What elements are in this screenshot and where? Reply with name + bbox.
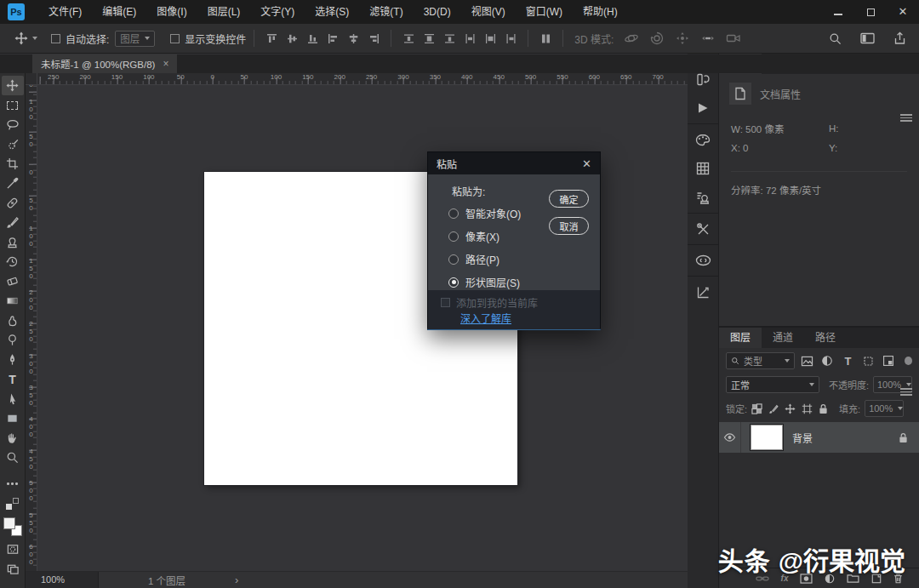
align-left-edges-icon[interactable] — [323, 29, 342, 48]
actions-panel-icon[interactable] — [691, 97, 715, 119]
smudge-tool[interactable] — [2, 311, 24, 330]
menu-item[interactable]: 编辑(E) — [92, 0, 146, 24]
tab-close-icon[interactable]: × — [163, 58, 168, 70]
eyedropper-tool[interactable] — [2, 174, 24, 193]
filter-pixel-layers-icon[interactable] — [799, 352, 815, 369]
gradient-tool[interactable] — [2, 291, 24, 311]
ruler-origin-corner[interactable] — [26, 73, 37, 85]
paste-dialog-titlebar[interactable]: 粘贴 ✕ — [428, 152, 600, 174]
move-tool-icon[interactable] — [12, 29, 31, 48]
filter-adjustment-layers-icon[interactable] — [819, 352, 836, 369]
type-tool[interactable]: T — [2, 369, 24, 389]
paste-option[interactable]: 智能对象(O) — [448, 202, 521, 225]
menu-item[interactable]: 文件(F) — [38, 0, 92, 24]
rectangular-marquee-tool[interactable] — [2, 95, 24, 115]
eraser-tool[interactable] — [2, 271, 24, 291]
pen-tool[interactable] — [2, 350, 24, 369]
auto-select-dropdown[interactable]: 图层 — [115, 31, 155, 47]
align-right-edges-icon[interactable] — [364, 29, 383, 48]
document-tab[interactable]: 未标题-1 @ 100%(RGB/8) × — [32, 54, 177, 73]
filter-shape-layers-icon[interactable] — [860, 352, 876, 369]
menu-item[interactable]: 帮助(H) — [573, 0, 628, 24]
history-brush-tool[interactable] — [2, 252, 24, 271]
maximize-button[interactable] — [865, 6, 876, 18]
3d-pan-icon[interactable] — [673, 29, 692, 48]
spot-healing-brush-tool[interactable] — [2, 193, 24, 213]
distribute-vertical-centers-icon[interactable] — [420, 29, 438, 48]
close-button[interactable]: ✕ — [897, 6, 909, 18]
share-icon[interactable] — [890, 29, 909, 48]
dodge-tool[interactable] — [2, 330, 24, 350]
panel-tab[interactable]: 图层 — [719, 328, 762, 348]
status-chevron-icon[interactable]: › — [235, 574, 238, 586]
x-value[interactable]: 0 — [743, 143, 748, 153]
layer-filter-dropdown[interactable]: 类型 — [726, 352, 795, 369]
lock-position-icon[interactable] — [785, 403, 796, 414]
align-bottom-edges-icon[interactable] — [303, 29, 322, 48]
lock-artboard-icon[interactable] — [802, 403, 813, 414]
filter-type-layers-icon[interactable]: T — [840, 352, 856, 369]
zoom-level-field[interactable]: 100% — [26, 572, 99, 588]
paste-option[interactable]: 路径(P) — [448, 248, 521, 271]
crop-tool[interactable] — [2, 154, 24, 174]
menu-item[interactable]: 选择(S) — [305, 0, 359, 24]
learn-more-link[interactable]: 深入了解库 — [460, 311, 511, 325]
panel-menu-icon[interactable] — [900, 112, 912, 123]
blend-mode-dropdown[interactable]: 正常 — [726, 376, 819, 393]
filter-smart-objects-icon[interactable] — [881, 352, 897, 369]
fill-field[interactable]: 100% — [865, 400, 904, 417]
move-tool[interactable] — [2, 76, 24, 95]
search-icon[interactable] — [825, 29, 844, 48]
creative-cloud-panel-icon[interactable] — [691, 249, 715, 271]
align-vertical-centers-icon[interactable] — [283, 29, 301, 48]
align-horizontal-centers-icon[interactable] — [344, 29, 362, 48]
distribute-left-edges-icon[interactable] — [460, 29, 479, 48]
screen-mode-button[interactable] — [2, 559, 24, 579]
dialog-close-icon[interactable]: ✕ — [582, 157, 591, 170]
brush-tool[interactable] — [2, 213, 24, 232]
menu-item[interactable]: 滤镜(T) — [359, 0, 413, 24]
3d-roll-icon[interactable] — [648, 29, 666, 48]
lock-transparent-pixels-icon[interactable] — [751, 403, 762, 414]
path-selection-tool[interactable] — [2, 389, 24, 408]
menu-item[interactable]: 图像(I) — [146, 0, 197, 24]
layer-row[interactable]: 背景 — [719, 422, 919, 453]
ok-button[interactable]: 确定 — [549, 190, 589, 208]
layer-name[interactable]: 背景 — [792, 431, 899, 445]
distribute-top-edges-icon[interactable] — [399, 29, 418, 48]
rectangle-shape-tool[interactable] — [2, 408, 24, 428]
quick-mask-button[interactable] — [2, 539, 24, 559]
filter-toggle-icon[interactable] — [905, 357, 912, 365]
zoom-tool[interactable] — [2, 448, 24, 467]
layer-visibility-toggle[interactable] — [719, 422, 741, 453]
foreground-color-swatch[interactable] — [3, 517, 15, 529]
menu-item[interactable]: 文字(Y) — [250, 0, 305, 24]
panel-tab[interactable]: 通道 — [762, 328, 804, 348]
quick-selection-tool[interactable] — [2, 134, 24, 154]
distribute-horizontal-centers-icon[interactable] — [481, 29, 499, 48]
w-value[interactable]: 500 像素 — [745, 124, 784, 134]
swatches-panel-icon[interactable] — [691, 157, 715, 180]
lasso-tool[interactable] — [2, 115, 24, 134]
panel-menu-icon[interactable] — [900, 386, 912, 397]
cancel-button[interactable]: 取消 — [549, 217, 589, 235]
hand-tool[interactable] — [2, 428, 24, 448]
lock-all-icon[interactable] — [819, 403, 828, 414]
color-panel-icon[interactable] — [691, 128, 715, 151]
workspace-icon[interactable] — [858, 29, 876, 48]
foreground-background-colors[interactable] — [3, 517, 22, 536]
lock-image-pixels-icon[interactable] — [768, 403, 779, 414]
paste-option[interactable]: 像素(X) — [448, 225, 521, 248]
show-transform-checkbox[interactable]: 显示变换控件 — [170, 31, 246, 46]
3d-camera-icon[interactable] — [724, 29, 743, 48]
3d-slide-icon[interactable] — [699, 29, 717, 48]
3d-orbit-icon[interactable] — [622, 29, 641, 48]
add-to-library-checkbox[interactable]: 添加到我的当前库 — [441, 295, 538, 310]
menu-item[interactable]: 视图(V) — [461, 0, 516, 24]
auto-select-checkbox[interactable]: 自动选择: — [51, 31, 109, 46]
tool-preset-caret[interactable] — [32, 37, 37, 40]
distribute-bottom-edges-icon[interactable] — [440, 29, 459, 48]
distribute-right-edges-icon[interactable] — [501, 29, 520, 48]
distribute-spacing-icon[interactable] — [536, 29, 555, 48]
panel-tab[interactable]: 路径 — [804, 328, 847, 348]
